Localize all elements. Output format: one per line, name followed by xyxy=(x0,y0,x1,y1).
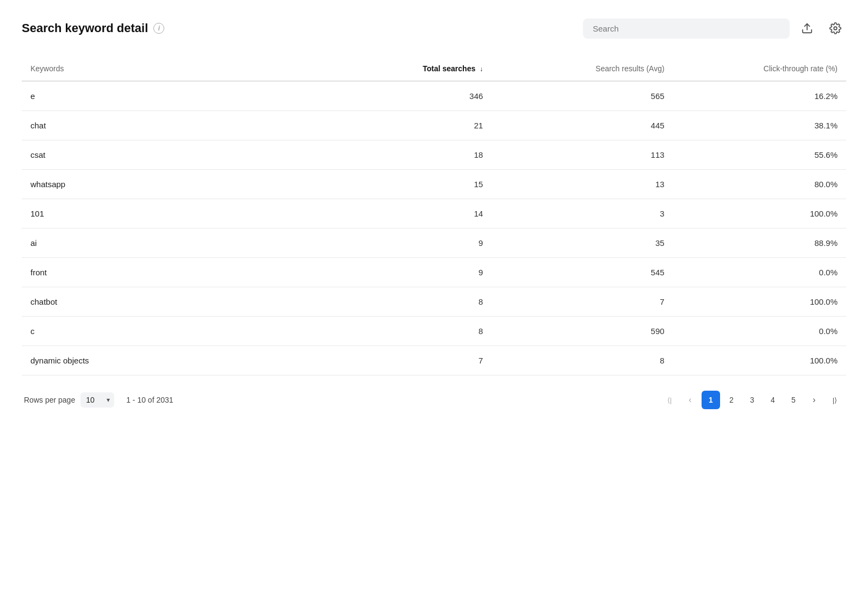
sort-arrow-icon: ↓ xyxy=(480,65,483,73)
cell-ctr: 100.0% xyxy=(673,346,846,375)
cell-ctr: 55.6% xyxy=(673,140,846,170)
page-1-button[interactable]: 1 xyxy=(702,391,720,409)
table-row: whatsapp 15 13 80.0% xyxy=(22,170,846,199)
pagination: ⟨| ‹ 1 2 3 4 5 › |⟩ xyxy=(660,391,844,409)
page-header: Search keyword detail i xyxy=(22,17,846,39)
cell-total-searches: 346 xyxy=(311,81,492,111)
cell-search-results: 7 xyxy=(492,287,673,317)
cell-search-results: 113 xyxy=(492,140,673,170)
info-icon[interactable]: i xyxy=(153,23,164,34)
first-page-button[interactable]: ⟨| xyxy=(660,391,679,409)
table-row: chatbot 8 7 100.0% xyxy=(22,287,846,317)
cell-total-searches: 21 xyxy=(311,111,492,140)
cell-search-results: 13 xyxy=(492,170,673,199)
cell-total-searches: 8 xyxy=(311,317,492,346)
cell-keyword: whatsapp xyxy=(22,170,311,199)
cell-search-results: 545 xyxy=(492,258,673,287)
cell-total-searches: 7 xyxy=(311,346,492,375)
cell-search-results: 565 xyxy=(492,81,673,111)
page-3-button[interactable]: 3 xyxy=(743,391,761,409)
col-total-searches[interactable]: Total searches ↓ xyxy=(311,57,492,81)
table-container: Keywords Total searches ↓ Search results… xyxy=(22,57,846,375)
cell-keyword: ai xyxy=(22,229,311,258)
cell-ctr: 0.0% xyxy=(673,258,846,287)
page-info: 1 - 10 of 2031 xyxy=(126,396,173,404)
header-left: Search keyword detail i xyxy=(22,21,164,35)
cell-ctr: 100.0% xyxy=(673,199,846,229)
cell-total-searches: 18 xyxy=(311,140,492,170)
cell-total-searches: 8 xyxy=(311,287,492,317)
last-page-button[interactable]: |⟩ xyxy=(826,391,844,409)
next-page-button[interactable]: › xyxy=(805,391,823,409)
rows-per-page-label: Rows per page xyxy=(24,396,75,404)
table-row: 101 14 3 100.0% xyxy=(22,199,846,229)
table-footer: Rows per page 10 25 50 100 1 - 10 of 203… xyxy=(22,391,846,409)
table-row: e 346 565 16.2% xyxy=(22,81,846,111)
table-row: ai 9 35 88.9% xyxy=(22,229,846,258)
cell-keyword: 101 xyxy=(22,199,311,229)
page-2-button[interactable]: 2 xyxy=(722,391,741,409)
header-right xyxy=(583,17,846,39)
cell-search-results: 35 xyxy=(492,229,673,258)
cell-total-searches: 9 xyxy=(311,229,492,258)
cell-ctr: 38.1% xyxy=(673,111,846,140)
cell-keyword: dynamic objects xyxy=(22,346,311,375)
cell-ctr: 80.0% xyxy=(673,170,846,199)
table-body: e 346 565 16.2% chat 21 445 38.1% csat 1… xyxy=(22,81,846,375)
page-4-button[interactable]: 4 xyxy=(764,391,782,409)
cell-keyword: chat xyxy=(22,111,311,140)
cell-total-searches: 9 xyxy=(311,258,492,287)
col-keywords: Keywords xyxy=(22,57,311,81)
cell-keyword: csat xyxy=(22,140,311,170)
prev-page-button[interactable]: ‹ xyxy=(681,391,699,409)
page-title: Search keyword detail xyxy=(22,21,148,35)
col-search-results: Search results (Avg) xyxy=(492,57,673,81)
cell-search-results: 3 xyxy=(492,199,673,229)
svg-point-1 xyxy=(834,27,837,30)
col-ctr: Click-through rate (%) xyxy=(673,57,846,81)
settings-button[interactable] xyxy=(824,17,846,39)
table-row: chat 21 445 38.1% xyxy=(22,111,846,140)
table-row: c 8 590 0.0% xyxy=(22,317,846,346)
cell-search-results: 445 xyxy=(492,111,673,140)
cell-search-results: 590 xyxy=(492,317,673,346)
cell-total-searches: 14 xyxy=(311,199,492,229)
page-size-select[interactable]: 10 25 50 100 xyxy=(80,392,114,408)
cell-ctr: 0.0% xyxy=(673,317,846,346)
cell-ctr: 16.2% xyxy=(673,81,846,111)
page-size-wrapper: 10 25 50 100 xyxy=(80,392,114,408)
cell-keyword: c xyxy=(22,317,311,346)
table-row: dynamic objects 7 8 100.0% xyxy=(22,346,846,375)
cell-ctr: 88.9% xyxy=(673,229,846,258)
table-row: csat 18 113 55.6% xyxy=(22,140,846,170)
cell-keyword: chatbot xyxy=(22,287,311,317)
table-header: Keywords Total searches ↓ Search results… xyxy=(22,57,846,81)
cell-ctr: 100.0% xyxy=(673,287,846,317)
cell-search-results: 8 xyxy=(492,346,673,375)
upload-button[interactable] xyxy=(796,17,818,39)
page-5-button[interactable]: 5 xyxy=(784,391,803,409)
cell-total-searches: 15 xyxy=(311,170,492,199)
table-row: front 9 545 0.0% xyxy=(22,258,846,287)
search-input[interactable] xyxy=(583,18,790,39)
cell-keyword: front xyxy=(22,258,311,287)
cell-keyword: e xyxy=(22,81,311,111)
keyword-table: Keywords Total searches ↓ Search results… xyxy=(22,57,846,375)
